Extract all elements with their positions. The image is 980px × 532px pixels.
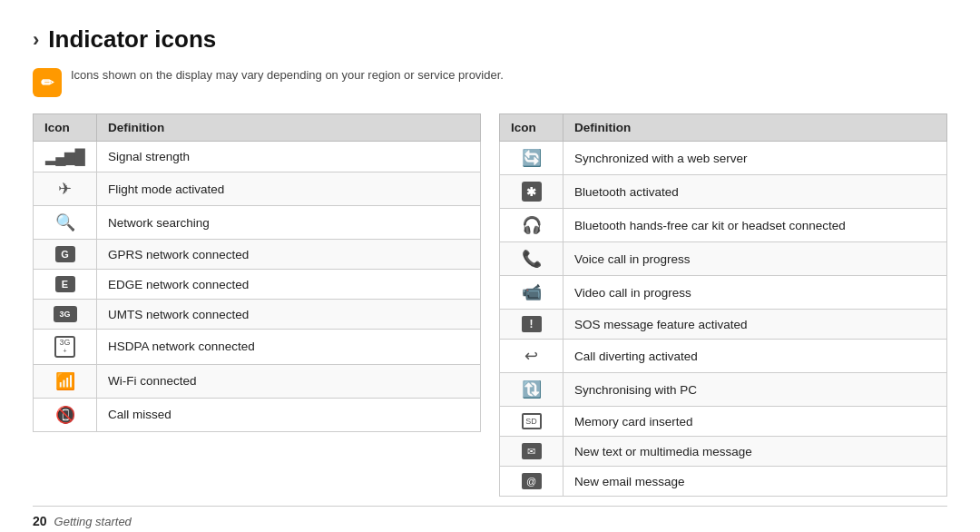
- def-memory-card: Memory card inserted: [564, 407, 947, 437]
- table-row: 🎧 Bluetooth hands-free car kit or headse…: [500, 209, 947, 242]
- icon-3g: 3G: [44, 306, 85, 322]
- icon-bluetooth: ✱: [511, 182, 552, 202]
- table-row: SD Memory card inserted: [500, 407, 947, 437]
- table-row: 🔄 Synchronized with a web server: [500, 142, 947, 175]
- table-row: 📞 Voice call in progress: [500, 242, 947, 276]
- right-table: Icon Definition 🔄 Synchronized with a we…: [499, 113, 947, 497]
- table-row: ✉ New text or multimedia message: [500, 437, 947, 467]
- icon-flight-mode: ✈: [44, 179, 85, 199]
- def-call-missed: Call missed: [97, 398, 481, 431]
- table-row: 3G+ HSDPA network connected: [34, 330, 481, 365]
- icon-voice-call: 📞: [511, 249, 552, 269]
- def-wifi: Wi-Fi connected: [97, 364, 481, 398]
- notice-icon: ✏: [33, 68, 62, 97]
- left-col-icon: Icon: [34, 114, 97, 142]
- right-col-def: Definition: [564, 114, 947, 142]
- icon-call-divert: ↩: [511, 346, 552, 366]
- icon-signal-strength: ▂▄▆█: [44, 148, 85, 165]
- table-row: ✈ Flight mode activated: [34, 172, 481, 206]
- table-row: ✱ Bluetooth activated: [500, 175, 947, 209]
- def-email: New email message: [564, 467, 947, 497]
- def-sms: New text or multimedia message: [564, 437, 947, 467]
- def-bluetooth: Bluetooth activated: [564, 175, 947, 209]
- table-row: 🔍 Network searching: [34, 206, 481, 240]
- def-video-call: Video call in progress: [564, 276, 947, 310]
- icon-video-call: 📹: [511, 282, 552, 302]
- icon-call-missed: 📵: [44, 405, 85, 425]
- def-gprs: GPRS network connected: [97, 240, 481, 270]
- chevron-icon: ›: [33, 28, 39, 52]
- icon-wifi: 📶: [44, 371, 85, 391]
- content-area: Icon Definition ▂▄▆█ Signal strength: [33, 113, 947, 497]
- page-title: Indicator icons: [48, 25, 216, 54]
- def-flight: Flight mode activated: [97, 172, 481, 206]
- icon-email: @: [511, 473, 552, 489]
- def-call-divert: Call diverting activated: [564, 340, 947, 373]
- def-hsdpa: HSDPA network connected: [97, 330, 481, 365]
- icon-gprs: G: [44, 246, 85, 262]
- icon-memory-card: SD: [511, 413, 552, 429]
- def-edge: EDGE network connected: [97, 270, 481, 300]
- table-row: 3G UMTS network connected: [34, 300, 481, 330]
- notice-row: ✏ Icons shown on the display may vary de…: [33, 66, 947, 97]
- def-sos: SOS message feature activated: [564, 310, 947, 340]
- right-col-icon: Icon: [500, 114, 564, 142]
- table-row: ↩ Call diverting activated: [500, 340, 947, 373]
- table-row: 🔃 Synchronising with PC: [500, 373, 947, 407]
- icon-sync-pc: 🔃: [511, 379, 552, 399]
- icon-bt-headset: 🎧: [511, 215, 552, 235]
- footer-page-number: 20: [33, 514, 47, 528]
- notice-text: Icons shown on the display may vary depe…: [71, 66, 504, 84]
- table-row: @ New email message: [500, 467, 947, 497]
- left-table: Icon Definition ▂▄▆█ Signal strength: [33, 113, 481, 497]
- table-row: ! SOS message feature activated: [500, 310, 947, 340]
- table-row: ▂▄▆█ Signal strength: [34, 142, 481, 172]
- icon-edge: E: [44, 276, 85, 292]
- def-voice-call: Voice call in progress: [564, 242, 947, 276]
- table-row: 📶 Wi-Fi connected: [34, 364, 481, 398]
- title-row: › Indicator icons: [33, 25, 947, 54]
- def-sync-web: Synchronized with a web server: [564, 142, 947, 175]
- def-signal: Signal strength: [97, 142, 481, 172]
- footer: 20 Getting started: [33, 506, 947, 528]
- def-netsearch: Network searching: [97, 206, 481, 240]
- table-row: 📵 Call missed: [34, 398, 481, 431]
- icon-network-search: 🔍: [44, 212, 85, 232]
- table-row: E EDGE network connected: [34, 270, 481, 300]
- icon-sync-web: 🔄: [511, 148, 552, 168]
- footer-section-text: Getting started: [54, 515, 132, 528]
- table-row: G GPRS network connected: [34, 240, 481, 270]
- table-row: 📹 Video call in progress: [500, 276, 947, 310]
- icon-sos: !: [511, 316, 552, 332]
- page-container: › Indicator icons ✏ Icons shown on the d…: [0, 0, 980, 532]
- icon-hsdpa: 3G+: [44, 336, 85, 358]
- def-3g: UMTS network connected: [97, 300, 481, 330]
- icon-sms: ✉: [511, 443, 552, 459]
- def-sync-pc: Synchronising with PC: [564, 373, 947, 407]
- left-col-def: Definition: [97, 114, 481, 142]
- def-bt-headset: Bluetooth hands-free car kit or headset …: [564, 209, 947, 242]
